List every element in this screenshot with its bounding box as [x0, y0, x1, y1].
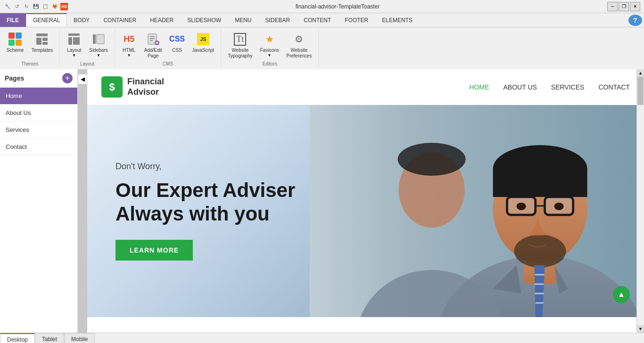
nav-home[interactable]: HOME: [470, 83, 489, 91]
tab-elements[interactable]: ELEMENTS: [375, 13, 420, 27]
sidebars-button[interactable]: Sidebars ▼: [86, 30, 110, 59]
editors-group-label: Editors: [263, 61, 277, 66]
templates-label: Templates: [32, 48, 53, 53]
learn-more-button[interactable]: LEARN MORE: [116, 240, 193, 261]
tab-help[interactable]: ?: [628, 15, 642, 26]
nav-about[interactable]: ABOUT US: [504, 83, 537, 91]
layout-group-label: Layout: [80, 61, 94, 66]
logo-icon: $: [101, 76, 123, 98]
tab-body[interactable]: BODY: [67, 13, 97, 27]
typography-button[interactable]: Tt WebsiteTypography: [225, 30, 255, 60]
javascript-button[interactable]: JS JavaScript: [190, 30, 217, 55]
scroll-up-button[interactable]: ▲: [613, 286, 630, 303]
layout-button[interactable]: Layout ▼: [64, 30, 84, 59]
sidebars-label: Sidebars: [89, 48, 107, 53]
scheme-label: Scheme: [7, 48, 24, 53]
templates-button[interactable]: Templates: [29, 30, 56, 55]
title-bar-icons: 🔧 ↺ ↻ 💾 📋 🦊 H5: [4, 3, 68, 10]
hero-section: Don't Worry, Our Expert AdviserAlways wi…: [87, 105, 644, 317]
css-button[interactable]: CSS CSS: [167, 30, 188, 55]
vertical-scrollbar[interactable]: ▲ ▼: [636, 69, 644, 333]
app-icon-4: 💾: [32, 3, 40, 10]
hero-subtitle: Don't Worry,: [116, 162, 338, 172]
tablet-view-button[interactable]: Tablet: [35, 333, 64, 343]
collapse-sidebar-button[interactable]: ◀: [78, 74, 87, 84]
svg-rect-21: [493, 169, 587, 197]
app-icon-7: H5: [60, 3, 68, 10]
svg-rect-6: [73, 37, 80, 45]
css-label: CSS: [172, 48, 182, 53]
tab-header[interactable]: HEADER: [143, 13, 181, 27]
view-switcher: Desktop Tablet Mobile: [0, 333, 644, 343]
scroll-up-arrow[interactable]: ▲: [637, 69, 644, 77]
gear-icon: ⚙: [291, 32, 306, 47]
site-nav: HOME ABOUT US SERVICES CONTACT: [470, 83, 630, 91]
tab-content[interactable]: CONTENT: [297, 13, 338, 27]
tab-general[interactable]: GENERAL: [26, 13, 67, 27]
preferences-button[interactable]: ⚙ WebsitePreferences: [284, 30, 315, 60]
svg-point-22: [514, 235, 566, 268]
themes-items: Scheme Templates: [4, 30, 56, 60]
page-item-services[interactable]: Services: [0, 122, 77, 139]
layout-items: Layout ▼ Sidebars ▼: [64, 30, 110, 60]
minimize-button[interactable]: ─: [607, 2, 618, 11]
svg-rect-3: [42, 42, 48, 45]
logo-text: FinancialAdvisor: [127, 77, 164, 97]
desktop-view-button[interactable]: Desktop: [0, 333, 35, 343]
scroll-thumb[interactable]: [637, 77, 644, 105]
svg-rect-1: [36, 38, 41, 45]
nav-services[interactable]: SERVICES: [551, 83, 585, 91]
canvas-area: ◀ $ FinancialAdvisor HOME ABOUT US SERVI…: [78, 69, 644, 333]
tab-file[interactable]: FILE: [0, 13, 26, 27]
html-button[interactable]: H5 HTML ▼: [119, 30, 140, 59]
mobile-view-button[interactable]: Mobile: [64, 333, 95, 343]
close-button[interactable]: ✕: [630, 2, 640, 11]
layout-icon: [66, 32, 82, 47]
app-icon-6: 🦊: [51, 3, 58, 10]
tab-sidebar[interactable]: SIDEBAR: [259, 13, 297, 27]
ribbon-group-themes: Scheme Templates Themes: [0, 29, 60, 67]
scroll-track: [637, 77, 644, 325]
editors-items: Tt WebsiteTypography ★ Favicons ▼ ⚙ Webs…: [225, 30, 314, 60]
nav-contact[interactable]: CONTACT: [598, 83, 630, 91]
ribbon-group-layout: Layout ▼ Sidebars ▼ Layout: [60, 29, 115, 67]
svg-point-28: [517, 203, 526, 210]
app-icon-1: 🔧: [4, 3, 11, 10]
favicons-icon: ★: [262, 32, 277, 47]
scheme-button[interactable]: Scheme: [4, 30, 27, 55]
hero-title: Our Expert AdviserAlways with you: [116, 179, 338, 226]
pages-list: Home About Us Services Contact: [0, 88, 77, 333]
page-item-about[interactable]: About Us: [0, 105, 77, 122]
html-label: HTML: [123, 48, 135, 53]
page-item-home[interactable]: Home: [0, 88, 77, 105]
svg-rect-7: [93, 34, 96, 44]
tab-footer[interactable]: FOOTER: [338, 13, 375, 27]
site-header: $ FinancialAdvisor HOME ABOUT US SERVICE…: [87, 69, 644, 105]
restore-button[interactable]: ❐: [619, 2, 629, 11]
svg-rect-0: [36, 33, 48, 36]
sidebar-header: Pages +: [0, 69, 77, 88]
favicons-label: Favicons: [260, 48, 279, 53]
site-logo: $ FinancialAdvisor: [101, 76, 164, 98]
tab-container[interactable]: CONTAINER: [97, 13, 143, 27]
css3-icon: CSS: [170, 32, 185, 47]
typography-icon: Tt: [232, 32, 248, 47]
tab-menu[interactable]: MENU: [228, 13, 258, 27]
add-page-button[interactable]: +: [62, 73, 73, 83]
ribbon-group-editors: Tt WebsiteTypography ★ Favicons ▼ ⚙ Webs…: [221, 29, 319, 67]
favicons-button[interactable]: ★ Favicons ▼: [257, 30, 282, 59]
ribbon-body: Scheme Templates Themes: [0, 27, 644, 69]
window-controls[interactable]: ─ ❐ ✕: [607, 2, 640, 11]
addedit-icon: [146, 32, 161, 47]
ribbon-tabs: FILE GENERAL BODY CONTAINER HEADER SLIDE…: [0, 13, 644, 27]
site-preview: $ FinancialAdvisor HOME ABOUT US SERVICE…: [87, 69, 644, 333]
html5-icon: H5: [122, 32, 137, 47]
pages-sidebar: Pages + Home About Us Services Contact: [0, 69, 78, 333]
page-item-contact[interactable]: Contact: [0, 139, 77, 155]
addedit-button[interactable]: Add/EditPage: [141, 30, 165, 60]
tab-slideshow[interactable]: SLIDESHOW: [181, 13, 228, 27]
scroll-down-arrow[interactable]: ▼: [637, 325, 644, 333]
svg-rect-5: [68, 37, 72, 45]
templates-icon: [34, 32, 50, 47]
addedit-label: Add/EditPage: [144, 48, 162, 59]
